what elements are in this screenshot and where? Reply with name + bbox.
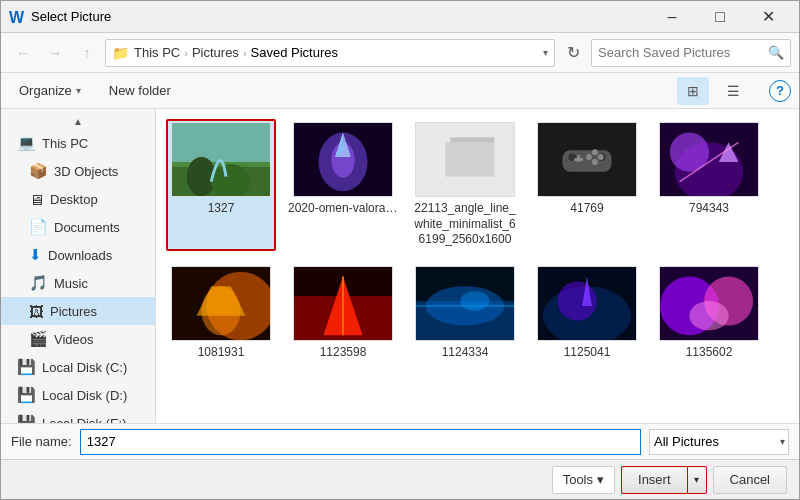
svg-rect-11 — [445, 142, 494, 176]
up-button[interactable]: ↑ — [73, 39, 101, 67]
sidebar-item-local-disk-d[interactable]: 💾 Local Disk (D:) — [1, 381, 155, 409]
sidebar-item-music[interactable]: 🎵 Music — [1, 269, 155, 297]
thumbnail-label-1123598: 1123598 — [320, 345, 367, 361]
this-pc-icon: 💻 — [17, 134, 36, 152]
thumbnail-1125041[interactable]: 1125041 — [532, 263, 642, 364]
svg-point-17 — [592, 149, 598, 155]
sidebar-item-videos[interactable]: 🎬 Videos — [1, 325, 155, 353]
thumbnail-1124334[interactable]: 1124334 — [410, 263, 520, 364]
filename-label: File name: — [11, 434, 72, 449]
title-bar: W Select Picture – □ ✕ — [1, 1, 799, 33]
insert-group: Insert ▾ — [621, 466, 707, 494]
search-input[interactable] — [598, 45, 768, 60]
thumbnail-valorant[interactable]: 2020-omen-valorant-4k-qc — [288, 119, 398, 251]
downloads-icon: ⬇ — [29, 246, 42, 264]
organize-label: Organize — [19, 83, 72, 98]
large-icons-view-button[interactable]: ⊞ — [677, 77, 709, 105]
organize-button[interactable]: Organize ▾ — [9, 77, 91, 105]
filetype-select[interactable]: All Pictures PNG Files JPEG Files BMP Fi… — [649, 429, 789, 455]
main-area: ▲ 💻 This PC 📦 3D Objects 🖥 Desktop 📄 Doc… — [1, 109, 799, 423]
desktop-icon: 🖥 — [29, 191, 44, 208]
sidebar-item-desktop[interactable]: 🖥 Desktop — [1, 185, 155, 213]
breadcrumb-chevron-icon: ▾ — [543, 47, 548, 58]
svg-point-18 — [598, 154, 604, 160]
local-disk-c-icon: 💾 — [17, 358, 36, 376]
toolbar: Organize ▾ New folder ⊞ ☰ ? — [1, 73, 799, 109]
sidebar-item-3d-objects[interactable]: 📦 3D Objects — [1, 157, 155, 185]
videos-icon: 🎬 — [29, 330, 48, 348]
sidebar-item-local-disk-c[interactable]: 💾 Local Disk (C:) — [1, 353, 155, 381]
sidebar-item-downloads[interactable]: ⬇ Downloads — [1, 241, 155, 269]
sidebar-label-videos: Videos — [54, 332, 94, 347]
thumbnail-1327[interactable]: 1327 — [166, 119, 276, 251]
thumbnail-1123598[interactable]: 1123598 — [288, 263, 398, 364]
thumb-svg-angle — [416, 122, 514, 197]
filetype-select-wrapper: All Pictures PNG Files JPEG Files BMP Fi… — [649, 429, 789, 455]
thumbnail-label-1135602: 1135602 — [686, 345, 733, 361]
svg-point-19 — [592, 159, 598, 165]
sidebar-item-local-disk-e[interactable]: 💾 Local Disk (E:) — [1, 409, 155, 423]
thumb-svg-794343 — [660, 122, 758, 197]
sidebar-label-pictures: Pictures — [50, 304, 97, 319]
thumbnail-label-1124334: 1124334 — [442, 345, 489, 361]
sidebar-label-downloads: Downloads — [48, 248, 112, 263]
close-button[interactable]: ✕ — [745, 1, 791, 33]
forward-button[interactable]: → — [41, 39, 69, 67]
sidebar-label-local-disk-c: Local Disk (C:) — [42, 360, 127, 375]
help-button[interactable]: ? — [769, 80, 791, 102]
filename-input[interactable] — [80, 429, 641, 455]
thumb-svg-1327 — [172, 122, 270, 197]
sidebar-label-this-pc: This PC — [42, 136, 88, 151]
thumbnail-1081931[interactable]: 1081931 — [166, 263, 276, 364]
thumbnail-angle[interactable]: 22113_angle_line_white_minimalist_66199_… — [410, 119, 520, 251]
minimize-button[interactable]: – — [649, 1, 695, 33]
thumbnail-image-1327 — [171, 122, 271, 197]
tools-button[interactable]: Tools ▾ — [552, 466, 615, 494]
dialog-window: W Select Picture – □ ✕ ← → ↑ 📁 This PC ›… — [0, 0, 800, 500]
details-view-button[interactable]: ☰ — [717, 77, 749, 105]
new-folder-button[interactable]: New folder — [99, 77, 181, 105]
sidebar-label-music: Music — [54, 276, 88, 291]
footer-bar: Tools ▾ Insert ▾ Cancel — [1, 459, 799, 499]
sidebar-item-this-pc[interactable]: 💻 This PC — [1, 129, 155, 157]
content-area: 1327 2020-omen-valorant-4k-qc — [156, 109, 799, 423]
search-box[interactable]: 🔍 — [591, 39, 791, 67]
breadcrumb-sep-2: › — [243, 47, 247, 59]
thumbnail-image-1135602 — [659, 266, 759, 341]
bottom-bar: File name: All Pictures PNG Files JPEG F… — [1, 423, 799, 459]
thumbnail-41769[interactable]: 41769 — [532, 119, 642, 251]
tools-label: Tools — [563, 472, 593, 487]
organize-chevron-icon: ▾ — [76, 85, 81, 96]
folder-icon: 📁 — [112, 45, 129, 61]
maximize-button[interactable]: □ — [697, 1, 743, 33]
thumbnails-grid: 1327 2020-omen-valorant-4k-qc — [166, 119, 789, 363]
cancel-button[interactable]: Cancel — [713, 466, 787, 494]
svg-rect-22 — [574, 158, 583, 161]
thumb-svg-1123598 — [294, 266, 392, 341]
sidebar-scroll-up[interactable]: ▲ — [1, 113, 155, 129]
local-disk-e-icon: 💾 — [17, 414, 36, 423]
breadcrumb-saved-pictures[interactable]: Saved Pictures — [251, 45, 338, 60]
insert-button[interactable]: Insert — [621, 466, 687, 494]
thumbnail-image-1124334 — [415, 266, 515, 341]
sidebar: ▲ 💻 This PC 📦 3D Objects 🖥 Desktop 📄 Doc… — [1, 109, 156, 423]
breadcrumb-bar[interactable]: 📁 This PC › Pictures › Saved Pictures ▾ — [105, 39, 555, 67]
thumbnail-image-794343 — [659, 122, 759, 197]
breadcrumb-this-pc[interactable]: This PC — [134, 45, 180, 60]
back-button[interactable]: ← — [9, 39, 37, 67]
thumb-svg-41769 — [538, 122, 636, 197]
pictures-icon: 🖼 — [29, 303, 44, 320]
insert-dropdown-button[interactable]: ▾ — [687, 466, 707, 494]
sidebar-item-pictures[interactable]: 🖼 Pictures — [1, 297, 155, 325]
refresh-button[interactable]: ↻ — [559, 39, 587, 67]
sidebar-label-documents: Documents — [54, 220, 120, 235]
music-icon: 🎵 — [29, 274, 48, 292]
breadcrumb-pictures[interactable]: Pictures — [192, 45, 239, 60]
thumbnail-label-1081931: 1081931 — [198, 345, 245, 361]
sidebar-label-local-disk-d: Local Disk (D:) — [42, 388, 127, 403]
thumbnail-1135602[interactable]: 1135602 — [654, 263, 764, 364]
sidebar-item-documents[interactable]: 📄 Documents — [1, 213, 155, 241]
thumbnail-794343[interactable]: 794343 — [654, 119, 764, 251]
sidebar-label-desktop: Desktop — [50, 192, 98, 207]
thumbnail-label-1125041: 1125041 — [564, 345, 611, 361]
